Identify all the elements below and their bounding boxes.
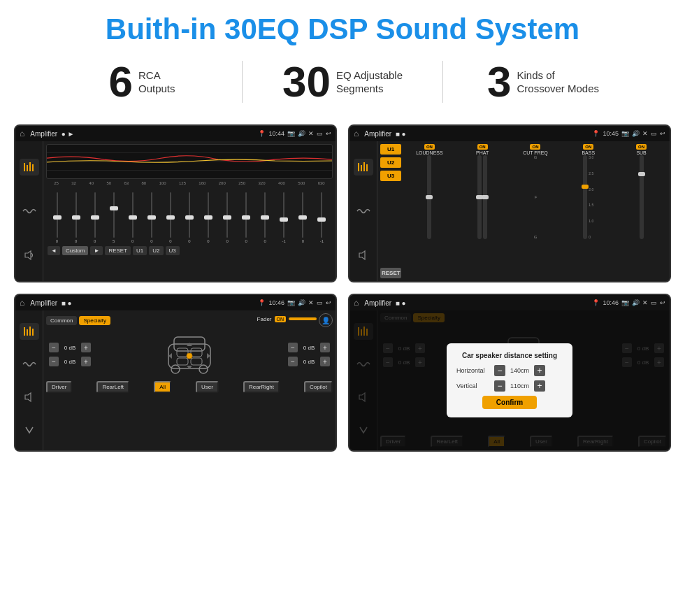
left-top-plus[interactable]: + xyxy=(81,343,91,352)
eq-reset-btn[interactable]: RESET xyxy=(105,246,131,255)
xover-sidebar-expand-icon[interactable] xyxy=(20,422,39,438)
xover-sidebar-wave-icon[interactable] xyxy=(20,356,39,373)
xover-camera-icon: 📷 xyxy=(287,299,295,306)
svg-marker-4 xyxy=(25,251,31,259)
eq-slider-8[interactable]: 0 xyxy=(184,192,195,243)
amp-cutfreq-on[interactable]: ON xyxy=(530,144,540,150)
dialog-vertical-ctrl: − 110cm + xyxy=(494,380,545,392)
user-icon[interactable]: 👤 xyxy=(319,313,333,327)
eq-prev-btn[interactable]: ◄ xyxy=(48,246,60,255)
amp-sidebar-eq-icon[interactable] xyxy=(354,159,373,176)
left-bot-db: − 0 dB + xyxy=(49,357,91,366)
eq-slider-5[interactable]: 0 xyxy=(127,192,138,243)
page-header: Buith-in 30EQ DSP Sound System xyxy=(0,0,685,53)
amp-u1-btn[interactable]: U1 xyxy=(380,144,401,155)
amp-sub-on[interactable]: ON xyxy=(636,144,647,150)
eq-slider-2[interactable]: 0 xyxy=(71,192,82,243)
xover-tab-common[interactable]: Common xyxy=(46,316,77,325)
eq-slider-1[interactable]: 0 xyxy=(52,192,63,243)
amp-phat-label: PHAT xyxy=(476,150,489,155)
xover-sidebar-eq-icon[interactable] xyxy=(20,323,39,340)
amp-back-icon: ↩ xyxy=(660,130,665,137)
screenshots-grid: ⌂ Amplifier ● ► 📍 10:44 📷 🔊 ✕ ▭ ↩ xyxy=(0,117,685,466)
dlg-vol-icon: 🔊 xyxy=(632,299,640,306)
eq-sidebar-wave-icon[interactable] xyxy=(20,203,39,220)
amp-sidebar-speaker-icon[interactable] xyxy=(354,247,373,264)
eq-sidebar-eq-icon[interactable] xyxy=(20,159,39,176)
xover-driver-btn[interactable]: Driver xyxy=(46,381,72,393)
xover-pin-icon: 📍 xyxy=(258,299,266,306)
eq-u2-btn[interactable]: U2 xyxy=(149,246,163,255)
dialog-title: Car speaker distance setting xyxy=(456,352,563,359)
amp-loudness-on[interactable]: ON xyxy=(424,144,435,150)
eq-u3-btn[interactable]: U3 xyxy=(166,246,180,255)
svg-point-21 xyxy=(199,365,208,373)
svg-rect-24 xyxy=(177,358,188,365)
eq-custom-btn[interactable]: Custom xyxy=(62,246,89,255)
xover-copilot-btn[interactable]: Copilot xyxy=(304,381,333,393)
eq-slider-9[interactable]: 0 xyxy=(203,192,214,243)
eq-sliders-row: 0 0 0 5 0 0 0 0 0 0 0 0 -1 0 -1 xyxy=(46,187,333,243)
amp-u3-btn[interactable]: U3 xyxy=(380,171,401,181)
fader-slider[interactable] xyxy=(289,317,317,320)
dialog-vertical-minus[interactable]: − xyxy=(494,380,505,392)
right-bot-minus[interactable]: − xyxy=(288,357,298,366)
left-bot-minus[interactable]: − xyxy=(49,357,59,366)
amp-vol-icon: 🔊 xyxy=(632,130,640,137)
left-bot-plus[interactable]: + xyxy=(81,357,91,366)
eq-slider-3[interactable]: 0 xyxy=(89,192,101,243)
dialog-vertical-plus[interactable]: + xyxy=(534,380,545,392)
dialog-horizontal-plus[interactable]: + xyxy=(534,365,545,376)
svg-rect-8 xyxy=(358,163,359,171)
right-top-plus[interactable]: + xyxy=(320,343,330,352)
eq-slider-7[interactable]: 0 xyxy=(165,192,176,243)
fader-label: Fader xyxy=(257,316,272,322)
right-bot-plus[interactable]: + xyxy=(320,357,330,366)
amp-reset-btn[interactable]: RESET xyxy=(380,268,401,278)
dialog-horizontal-label: Horizontal xyxy=(456,367,491,374)
dlg-pin-icon: 📍 xyxy=(592,299,600,306)
eq-sidebar-speaker-icon[interactable] xyxy=(20,247,39,264)
eq-slider-6[interactable]: 0 xyxy=(146,192,157,243)
eq-u1-btn[interactable]: U1 xyxy=(133,246,147,255)
amp-presets-col: U1 U2 U3 RESET xyxy=(380,144,401,278)
dialog-horizontal-minus[interactable]: − xyxy=(494,365,505,376)
dlg-home-icon: ⌂ xyxy=(354,298,359,308)
xover-user-btn[interactable]: User xyxy=(196,381,219,393)
dialog-horizontal-row: Horizontal − 140cm + xyxy=(456,365,563,376)
eq-slider-11[interactable]: 0 xyxy=(240,192,252,243)
eq-slider-15[interactable]: -1 xyxy=(316,192,327,243)
xover-home-icon: ⌂ xyxy=(20,298,24,308)
amp-status-bar: ⌂ Amplifier ■ ● 📍 10:45 📷 🔊 ✕ ▭ ↩ xyxy=(349,126,670,141)
stat-eq-label: EQ AdjustableSegments xyxy=(336,69,403,96)
xover-rearright-btn[interactable]: RearRight xyxy=(243,381,280,393)
dialog-confirm-button[interactable]: Confirm xyxy=(482,396,537,409)
amp-x-icon: ✕ xyxy=(642,130,648,137)
xover-all-btn[interactable]: All xyxy=(154,381,171,393)
amp-phat-on[interactable]: ON xyxy=(477,144,488,150)
volume-icon: 🔊 xyxy=(298,130,305,137)
eq-slider-14[interactable]: 0 xyxy=(297,192,308,243)
eq-slider-13[interactable]: -1 xyxy=(278,192,289,243)
fader-on-badge[interactable]: ON xyxy=(275,316,287,322)
stat-rca-label: RCAOutputs xyxy=(138,69,175,96)
left-top-minus[interactable]: − xyxy=(49,343,59,352)
xover-tab-specialty[interactable]: Specialty xyxy=(79,316,110,325)
eq-slider-10[interactable]: 0 xyxy=(222,192,233,243)
right-bot-db: − 0 dB + xyxy=(288,357,330,366)
dlg-screen-content: Common Specialty − 0 dB + − 0 dB + xyxy=(349,310,670,450)
xover-rearleft-btn[interactable]: RearLeft xyxy=(96,381,129,393)
right-bot-value: 0 dB xyxy=(299,359,319,365)
stats-row: 6 RCAOutputs 30 EQ AdjustableSegments 3 … xyxy=(0,53,685,117)
amp-u2-btn[interactable]: U2 xyxy=(380,157,401,168)
amp-bass-on[interactable]: ON xyxy=(583,144,593,150)
eq-slider-12[interactable]: 0 xyxy=(259,192,271,243)
xover-vol-icon: 🔊 xyxy=(298,299,305,306)
xover-sidebar-speaker-icon[interactable] xyxy=(20,389,39,406)
eq-slider-4[interactable]: 5 xyxy=(108,192,120,243)
amp-sidebar-wave-icon[interactable] xyxy=(354,203,373,220)
left-top-value: 0 dB xyxy=(60,345,80,351)
right-top-minus[interactable]: − xyxy=(288,343,298,352)
xover-status-bar: ⌂ Amplifier ■ ● 📍 10:46 📷 🔊 ✕ ▭ ↩ xyxy=(15,295,336,310)
eq-next-btn[interactable]: ► xyxy=(90,246,103,255)
